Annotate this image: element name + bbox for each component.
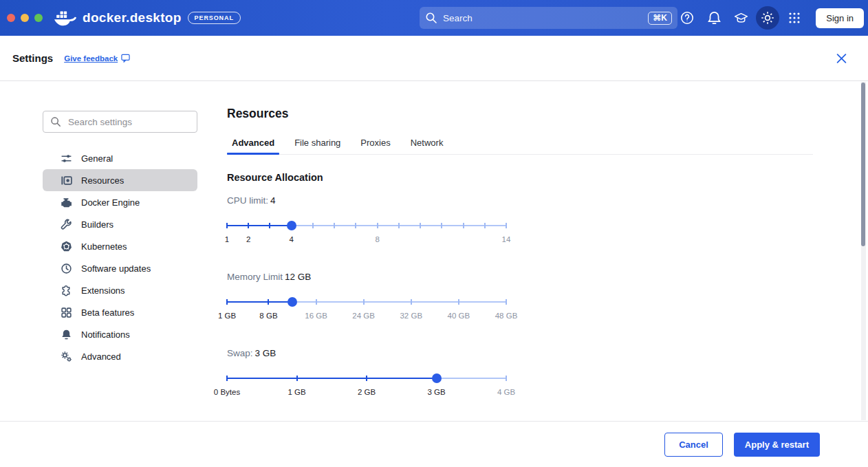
settings-search-box[interactable]: [43, 111, 197, 133]
window-zoom-button[interactable]: [34, 14, 43, 22]
settings-search-input[interactable]: [67, 116, 190, 128]
engine-icon: [61, 197, 72, 208]
sidebar-item-software-updates[interactable]: Software updates: [43, 257, 197, 279]
memory-limit-slider-thumb[interactable]: [287, 297, 297, 307]
cpu-limit-slider-track[interactable]: [227, 221, 506, 230]
settings-sidebar: GeneralResourcesDocker EngineBuildersKub…: [43, 81, 197, 421]
swap-value: 3 GB: [255, 348, 276, 358]
tick-label: 2: [246, 235, 250, 243]
sidebar-item-notifications[interactable]: Notifications: [43, 323, 197, 345]
cpu-limit-label: CPU limit:4: [227, 195, 506, 206]
sidebar-item-resources[interactable]: Resources: [43, 169, 197, 191]
cpu-limit-slider-thumb[interactable]: [287, 221, 296, 230]
sidebar-item-label: Advanced: [81, 351, 121, 362]
sidebar-item-advanced[interactable]: Advanced: [43, 345, 197, 367]
cpu-limit-tick-labels: 124814: [227, 235, 506, 246]
sidebar-item-general[interactable]: General: [43, 147, 197, 169]
sidebar-item-label: Extensions: [81, 285, 125, 296]
page-heading: Settings: [12, 52, 53, 64]
sidebar-item-label: Resources: [81, 175, 124, 186]
close-settings-button[interactable]: [836, 53, 847, 63]
slider-tick: [316, 299, 317, 305]
slider-tick: [226, 376, 228, 381]
slider-tick: [441, 223, 442, 228]
give-feedback-link[interactable]: Give feedback: [64, 54, 130, 63]
sidebar-item-docker-engine[interactable]: Docker Engine: [43, 191, 197, 213]
slider-tick: [463, 223, 464, 228]
help-icon: [680, 10, 695, 25]
slider-track-fill: [227, 301, 292, 303]
slider-track-fill: [227, 225, 292, 226]
sidebar-item-beta-features[interactable]: Beta features: [43, 301, 197, 323]
memory-limit-slider-track[interactable]: [227, 297, 506, 307]
close-icon: [836, 53, 847, 63]
bell-icon: [61, 329, 72, 340]
tab-file-sharing[interactable]: File sharing: [290, 138, 345, 154]
settings-button[interactable]: [756, 6, 779, 30]
learning-center-button[interactable]: [729, 6, 752, 30]
sidebar-item-label: Notifications: [81, 329, 130, 340]
slider-tick: [398, 223, 400, 228]
wrench-icon: [61, 219, 72, 230]
apply-restart-button[interactable]: Apply & restart: [734, 433, 820, 457]
sidebar-item-label: General: [81, 153, 113, 164]
tab-network[interactable]: Network: [406, 138, 448, 154]
tab-advanced[interactable]: Advanced: [227, 138, 279, 154]
scrollbar-thumb[interactable]: [861, 83, 865, 246]
apps-grid-button[interactable]: [783, 6, 806, 30]
slider-tick: [312, 223, 314, 228]
section-title: Resource Allocation: [227, 172, 813, 183]
docker-desktop-logo: docker.desktop PERSONAL: [54, 10, 241, 26]
page-title: Resources: [227, 107, 813, 121]
resources-gauge-icon: [61, 175, 72, 186]
slider-tick: [269, 223, 270, 228]
tick-label: 1 GB: [287, 388, 305, 396]
slider-tick: [420, 223, 421, 228]
sidebar-nav: GeneralResourcesDocker EngineBuildersKub…: [43, 147, 197, 367]
notifications-button[interactable]: [702, 6, 726, 30]
resources-tabs: AdvancedFile sharingProxiesNetwork: [227, 138, 813, 155]
slider-tick: [355, 223, 356, 228]
slider-track-fill: [227, 378, 437, 379]
beta-grid-icon: [61, 307, 72, 318]
sidebar-item-extensions[interactable]: Extensions: [43, 279, 197, 301]
tick-label: 1: [225, 235, 229, 243]
brand-wordmark: docker.desktop: [83, 10, 182, 25]
help-button[interactable]: [675, 6, 699, 30]
memory-limit-tick-labels: 1 GB8 GB16 GB24 GB32 GB40 GB48 GB: [227, 312, 506, 322]
tick-label: 3 GB: [427, 388, 445, 396]
settings-header: Settings Give feedback: [0, 36, 868, 81]
swap-slider-thumb[interactable]: [432, 373, 442, 383]
kubernetes-icon: [61, 241, 72, 252]
search-shortcut-badge: ⌘K: [648, 12, 672, 25]
sidebar-item-label: Builders: [81, 219, 113, 230]
plan-badge: PERSONAL: [188, 12, 241, 24]
sidebar-item-builders[interactable]: Builders: [43, 213, 197, 235]
cancel-button[interactable]: Cancel: [664, 433, 723, 457]
gear-icon: [760, 10, 775, 25]
grid-icon: [788, 11, 801, 25]
slider-swap: Swap:3 GB0 Bytes1 GB2 GB3 GB4 GB: [227, 348, 506, 398]
sign-in-button[interactable]: Sign in: [816, 8, 864, 28]
window-close-button[interactable]: [7, 14, 15, 22]
swap-slider-track[interactable]: [227, 373, 506, 383]
tick-label: 1 GB: [218, 312, 236, 320]
window-minimize-button[interactable]: [21, 14, 29, 22]
tick-label: 8 GB: [259, 312, 277, 320]
global-search-input[interactable]: Search ⌘K: [420, 7, 677, 29]
slider-tick: [363, 299, 365, 305]
window-controls: [7, 14, 43, 22]
sidebar-item-label: Beta features: [81, 307, 134, 318]
update-clock-icon: [61, 263, 72, 274]
slider-tick: [366, 376, 367, 381]
search-icon: [425, 12, 437, 24]
sidebar-item-kubernetes[interactable]: Kubernetes: [43, 235, 197, 257]
docker-whale-icon: [54, 10, 76, 26]
slider-tick: [484, 223, 486, 228]
tick-label: 24 GB: [352, 312, 375, 320]
tab-proxies[interactable]: Proxies: [356, 138, 395, 154]
tune-icon: [61, 153, 72, 164]
swap-tick-labels: 0 Bytes1 GB2 GB3 GB4 GB: [227, 388, 506, 398]
bell-icon: [707, 11, 721, 25]
tick-label: 14: [502, 235, 511, 243]
